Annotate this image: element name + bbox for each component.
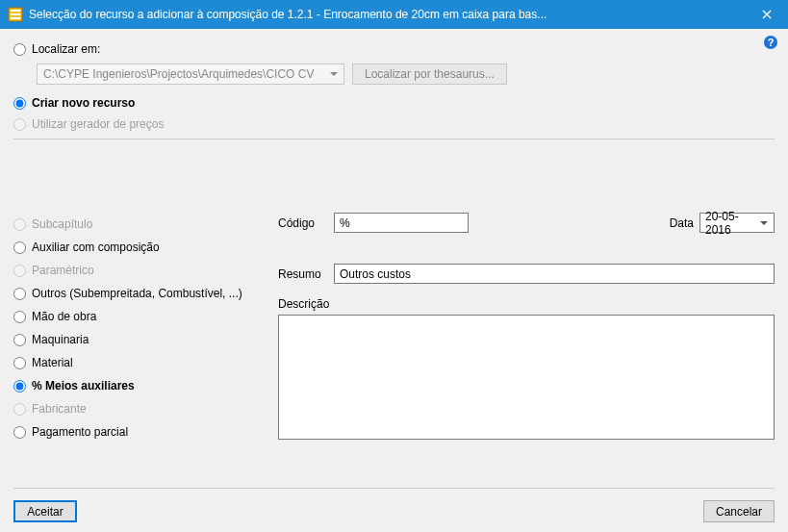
cat-auxiliar[interactable]: Auxiliar com composição (13, 236, 259, 259)
codigo-label: Código (278, 216, 334, 230)
cat-outros[interactable]: Outros (Subempreitada, Combustível, ...) (13, 282, 259, 305)
localizar-radio-row[interactable]: Localizar em: (13, 38, 775, 60)
app-icon (8, 7, 23, 22)
resumo-input[interactable] (334, 264, 775, 284)
path-select: C:\CYPE Ingenieros\Projectos\Arquimedes\… (37, 63, 344, 85)
svg-rect-3 (11, 17, 20, 19)
gerador-radio-row: Utilizar gerador de preços (13, 114, 775, 135)
cat-mao-obra-label: Mão de obra (32, 310, 96, 323)
cat-mao-obra-radio[interactable] (13, 311, 26, 323)
data-label: Data (670, 216, 694, 230)
cat-parametrico: Paramétrico (13, 259, 259, 282)
cat-outros-radio[interactable] (13, 288, 26, 300)
accept-button[interactable]: Aceitar (13, 500, 77, 522)
criar-radio-row[interactable]: Criar novo recurso (13, 92, 775, 114)
path-value: C:\CYPE Ingenieros\Projectos\Arquimedes\… (43, 67, 314, 81)
gerador-label: Utilizar gerador de preços (32, 117, 164, 131)
cat-parametrico-label: Paramétrico (32, 264, 94, 277)
dialog-buttons: Aceitar Cancelar (13, 489, 775, 522)
cat-mao-obra[interactable]: Mão de obra (13, 305, 259, 328)
descricao-label: Descrição (278, 297, 334, 311)
help-icon[interactable]: ? (763, 35, 778, 50)
titlebar: Selecção do recurso a adicionar à compos… (0, 0, 788, 29)
cat-parametrico-radio (13, 265, 26, 277)
separator (13, 139, 775, 139)
category-list: Subcapítulo Auxiliar com composição Para… (13, 207, 259, 343)
localizar-radio[interactable] (13, 43, 26, 56)
close-button[interactable] (745, 0, 788, 29)
cat-auxiliar-label: Auxiliar com composição (32, 241, 160, 254)
data-value: 20-05-2016 (705, 210, 756, 237)
cat-subcapitulo: Subcapítulo (13, 213, 259, 236)
cat-auxiliar-radio[interactable] (13, 241, 26, 254)
criar-radio[interactable] (13, 97, 26, 110)
descricao-textarea[interactable] (278, 315, 775, 440)
svg-rect-1 (11, 10, 20, 12)
cancel-button[interactable]: Cancelar (703, 500, 775, 522)
cat-subcapitulo-label: Subcapítulo (32, 217, 92, 231)
cat-subcapitulo-radio (13, 218, 26, 231)
form-panel: Código Data 20-05-2016 Resumo Descrição (278, 207, 775, 343)
mode-section: Localizar em: C:\CYPE Ingenieros\Project… (13, 38, 775, 135)
thesaurus-button: Localizar por thesaurus... (352, 63, 507, 85)
svg-rect-2 (11, 13, 20, 15)
localizar-label: Localizar em: (32, 42, 100, 56)
resumo-label: Resumo (278, 267, 334, 281)
gerador-radio (13, 118, 26, 131)
criar-label: Criar novo recurso (32, 96, 135, 110)
window-title: Selecção do recurso a adicionar à compos… (29, 8, 745, 21)
cat-outros-label: Outros (Subempreitada, Combustível, ...) (32, 287, 242, 300)
data-select[interactable]: 20-05-2016 (699, 213, 775, 233)
svg-text:?: ? (768, 37, 775, 48)
codigo-input[interactable] (334, 213, 469, 233)
